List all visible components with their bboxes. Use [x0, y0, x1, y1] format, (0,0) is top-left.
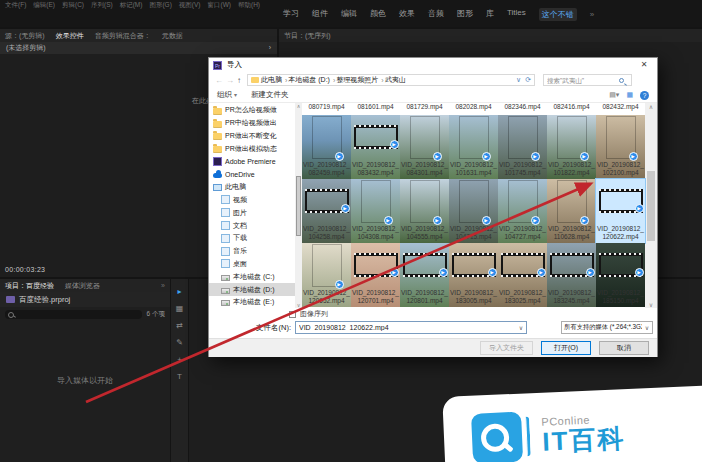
file-item[interactable]: ▶ VID_20190812_104715.mp4 — [449, 179, 498, 243]
chevron-down-icon[interactable]: ∨ — [516, 324, 526, 331]
file-item-partial[interactable]: 082346.mp4 — [498, 103, 547, 115]
tool-icon[interactable]: ✎ — [176, 339, 183, 347]
menu-item[interactable]: 文件(F) — [5, 1, 26, 10]
dialog-titlebar[interactable]: Pr 导入 ✕ — [209, 58, 657, 72]
file-item[interactable]: ▶ VID_20190812_083432.mp4 — [351, 115, 400, 179]
file-item[interactable]: ▶ VID_20190812_104727.mp4 — [498, 179, 547, 243]
panel-tab[interactable]: 媒体浏览器 — [65, 281, 100, 291]
panel-tab[interactable]: 源：(无剪辑) — [5, 31, 45, 41]
grid-scrollbar[interactable]: ∧ ∨ — [645, 103, 657, 308]
file-item[interactable]: ▶ VID_20190812_101822.mp4 — [547, 115, 596, 179]
file-item[interactable]: ▶ VID_20190812_120622.mp4 — [596, 179, 645, 243]
nav-tree-item[interactable]: OneDrive — [209, 168, 295, 181]
search-input[interactable] — [547, 77, 619, 84]
workspace-tab[interactable]: 图形 — [457, 8, 473, 21]
search-icon[interactable] — [619, 78, 624, 83]
nav-tree-item[interactable]: PR中给视频做出 — [209, 117, 295, 130]
menu-item[interactable]: 标记(M) — [120, 1, 143, 10]
nav-tree-item[interactable]: 本地磁盘 (D:) — [209, 283, 295, 296]
nav-scrollbar[interactable]: ∧ ∨ — [295, 103, 302, 308]
file-item[interactable]: ▶ VID_20190812_110628.mp4 — [547, 179, 596, 243]
tool-icon[interactable]: ▸ — [177, 288, 181, 296]
file-item[interactable]: ▶ VID_20190812_104308.mp4 — [351, 179, 400, 243]
forward-icon[interactable]: → — [226, 76, 234, 85]
file-item-partial[interactable]: 082432.mp4 — [596, 103, 645, 115]
scroll-down-icon[interactable]: ∨ — [649, 301, 653, 308]
file-item[interactable]: ▶ VID_20190812_120652.mp4 — [302, 243, 351, 307]
nav-tree-item[interactable]: PR做出不断变化 — [209, 130, 295, 143]
breadcrumb-segment[interactable]: 此电脑› — [261, 75, 288, 85]
address-dropdown-icon[interactable]: ∨ — [516, 76, 521, 84]
nav-tree-item[interactable]: 视频 — [209, 194, 295, 207]
menu-item[interactable]: 帮助(H) — [238, 1, 260, 10]
search-box[interactable] — [543, 74, 632, 86]
dialog-button[interactable]: 取消 — [599, 341, 649, 355]
menu-item[interactable]: 编辑(E) — [33, 1, 55, 10]
panel-tab[interactable]: 效果控件 — [56, 31, 84, 41]
filename-combobox[interactable]: ∨ — [295, 321, 527, 334]
chevron-down-icon[interactable]: ∨ — [642, 324, 652, 331]
scrollbar-thumb[interactable] — [296, 176, 301, 236]
thumbnail-view-icon[interactable]: ▦ — [626, 91, 633, 99]
file-item-partial[interactable]: 081729.mp4 — [400, 103, 449, 115]
menu-item[interactable]: 剪辑(C) — [62, 1, 84, 10]
panel-tab[interactable]: 元数据 — [162, 31, 183, 41]
organize-button[interactable]: 组织 ▾ — [217, 90, 237, 100]
project-search-input[interactable] — [5, 310, 142, 319]
scroll-down-icon[interactable]: ∨ — [297, 302, 301, 308]
breadcrumb[interactable]: 此电脑› 本地磁盘 (D:)› 整理视频照片› 武夷山› ∨ ⟳ — [247, 74, 535, 86]
checkbox-icon[interactable] — [289, 311, 296, 318]
file-item[interactable]: ▶ VID_20190812_185150.mp4 — [596, 243, 645, 307]
file-item[interactable]: ▶ VID_20190812_183005.mp4 — [449, 243, 498, 307]
panel-tab[interactable]: 项目：百度经验 — [5, 281, 54, 291]
file-item-partial[interactable]: 081601.mp4 — [351, 103, 400, 115]
workspace-overflow-icon[interactable]: » — [590, 10, 594, 19]
menu-item[interactable]: 窗口(W) — [208, 1, 231, 10]
nav-tree-item[interactable]: 桌面 — [209, 258, 295, 271]
menu-item[interactable]: 视图(V) — [179, 1, 201, 10]
panel-tab[interactable]: 音频剪辑混合器： — [95, 31, 151, 41]
close-icon[interactable]: ✕ — [631, 58, 657, 72]
nav-tree-item[interactable]: 音乐 — [209, 245, 295, 258]
file-item[interactable]: ▶ VID_20190812_102100.mp4 — [596, 115, 645, 179]
view-options-icon[interactable]: ▤▾ — [609, 91, 619, 99]
tool-icon[interactable]: ⇄ — [176, 322, 183, 330]
file-item[interactable]: ▶ VID_20190812_101745.mp4 — [498, 115, 547, 179]
refresh-icon[interactable]: ⟳ — [525, 76, 531, 84]
nav-tree-item[interactable]: PR怎么给视频做 — [209, 104, 295, 117]
nav-tree-item[interactable]: Adobe Premiere — [209, 155, 295, 168]
file-item-partial[interactable]: 082028.mp4 — [449, 103, 498, 115]
nav-tree-item[interactable]: 本地磁盘 (C:) — [209, 270, 295, 283]
workspace-tab[interactable]: 这个不错 — [539, 8, 577, 21]
breadcrumb-segment[interactable]: 武夷山› — [385, 75, 406, 85]
filename-input[interactable] — [296, 324, 516, 331]
help-icon[interactable]: ? — [640, 91, 649, 100]
file-item[interactable]: ▶ VID_20190812_120801.mp4 — [400, 243, 449, 307]
file-item[interactable]: ▶ VID_20190812_104555.mp4 — [400, 179, 449, 243]
nav-tree-item[interactable]: 下载 — [209, 232, 295, 245]
workspace-tab[interactable]: 组件 — [312, 8, 328, 21]
workspace-tab[interactable]: 颜色 — [370, 8, 386, 21]
image-sequence-checkbox[interactable]: 图像序列 — [289, 309, 328, 319]
filetype-select[interactable]: 所有支持的媒体 (*.264;*.3G2;* ∨ — [561, 321, 653, 334]
file-item[interactable]: ▶ VID_20190812_084301.mp4 — [400, 115, 449, 179]
nav-tree-item[interactable]: 图片 — [209, 206, 295, 219]
workspace-tab[interactable]: 音频 — [428, 8, 444, 21]
back-icon[interactable]: ← — [215, 76, 223, 85]
panel-overflow-icon[interactable]: » — [161, 282, 165, 289]
menu-item[interactable]: 序列(S) — [91, 1, 113, 10]
chevron-right-icon[interactable]: › — [269, 42, 271, 54]
file-item[interactable]: ▶ VID_20190812_101631.mp4 — [449, 115, 498, 179]
nav-tree-item[interactable]: 本地磁盘 (E:) — [209, 296, 295, 308]
file-item-partial[interactable]: 082416.mp4 — [547, 103, 596, 115]
workspace-tab[interactable]: 编辑 — [341, 8, 357, 21]
workspace-tab[interactable]: 库 — [486, 8, 494, 21]
project-file-row[interactable]: 百度经验.prproj — [0, 292, 170, 307]
tool-icon[interactable]: T — [177, 373, 182, 381]
workspace-tab[interactable]: 学习 — [283, 8, 299, 21]
menu-item[interactable]: 图形(G) — [149, 1, 171, 10]
nav-tree-item[interactable]: 文档 — [209, 219, 295, 232]
new-folder-button[interactable]: 新建文件夹 — [251, 90, 289, 100]
workspace-tab[interactable]: 效果 — [399, 8, 415, 21]
breadcrumb-segment[interactable]: 本地磁盘 (D:)› — [288, 75, 336, 85]
